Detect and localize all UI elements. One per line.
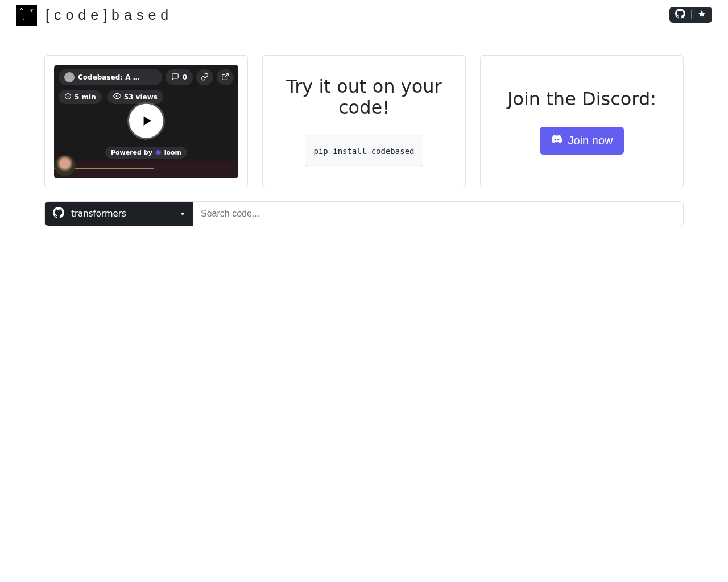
brand-logo-icon: ^ *. (16, 5, 37, 26)
chevron-down-icon (180, 213, 185, 215)
repo-selector[interactable]: transformers (45, 202, 193, 226)
svg-marker-3 (144, 116, 151, 126)
join-discord-button[interactable]: Join now (540, 127, 624, 155)
star-icon (697, 9, 706, 20)
cards-row: Codebased: A … 0 (44, 55, 684, 188)
powered-text: Powered by (111, 149, 152, 156)
copy-link-button[interactable] (196, 69, 213, 85)
duration-text: 5 min (75, 93, 96, 101)
app-header: ^ *. [code]based (0, 0, 728, 30)
comments-pill[interactable]: 0 (166, 69, 193, 85)
discord-card: Join the Discord: Join now (480, 55, 684, 188)
link-icon (201, 73, 209, 82)
video-title: Codebased: A … (78, 73, 140, 81)
external-link-icon (221, 73, 229, 82)
join-discord-label: Join now (568, 134, 613, 147)
comment-icon (171, 73, 179, 82)
svg-point-2 (116, 95, 118, 97)
powered-by-loom[interactable]: Powered by ✺ loom (105, 147, 187, 159)
svg-line-0 (225, 73, 228, 77)
play-button[interactable] (127, 102, 165, 140)
presenter-avatar (54, 155, 76, 176)
views-pill: 53 views (107, 90, 163, 104)
open-external-button[interactable] (217, 69, 234, 85)
install-command[interactable]: pip install codebased (305, 135, 423, 167)
try-heading: Try it out on your code! (272, 76, 456, 118)
comments-count: 0 (183, 73, 187, 81)
video-timeline[interactable] (54, 161, 238, 178)
github-star-button[interactable] (669, 7, 712, 23)
duration-pill: 5 min (59, 90, 102, 104)
video-card: Codebased: A … 0 (44, 55, 248, 188)
brand-name: [code]based (46, 7, 173, 23)
avatar-icon (64, 72, 75, 82)
repo-selector-label: transformers (71, 209, 173, 219)
github-icon (53, 207, 64, 221)
views-text: 53 views (124, 93, 158, 101)
try-card: Try it out on your code! pip install cod… (262, 55, 466, 188)
video-embed[interactable]: Codebased: A … 0 (54, 65, 238, 178)
video-title-pill[interactable]: Codebased: A … (59, 69, 162, 85)
divider (691, 10, 692, 19)
github-icon (675, 9, 685, 21)
loom-icon: ✺ (155, 149, 162, 156)
brand[interactable]: ^ *. [code]based (16, 5, 173, 26)
loom-text: loom (164, 149, 181, 156)
eye-icon (113, 92, 121, 102)
clock-icon (64, 93, 72, 102)
install-command-text: pip install codebased (313, 147, 414, 156)
search-input[interactable] (193, 202, 683, 226)
discord-icon (551, 134, 562, 148)
discord-heading: Join the Discord: (507, 89, 656, 110)
main-content: Codebased: A … 0 (0, 30, 728, 226)
search-row: transformers (44, 201, 684, 226)
